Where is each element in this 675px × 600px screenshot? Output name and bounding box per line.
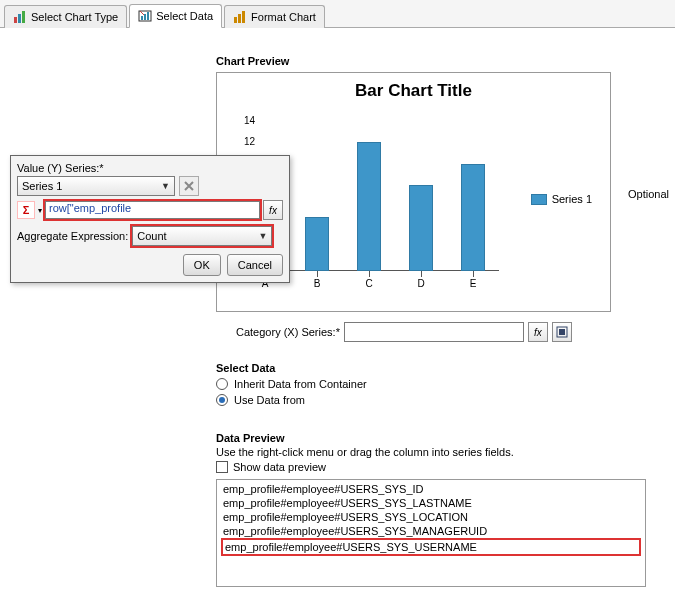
tab-format-chart[interactable]: Format Chart: [224, 5, 325, 28]
show-preview-checkbox[interactable]: [216, 461, 228, 473]
category-fx-button[interactable]: fx: [528, 322, 548, 342]
svg-rect-2: [22, 11, 25, 23]
aggregate-value: Count: [137, 230, 166, 242]
tab-bar: Select Chart Type Select Data Format Cha…: [0, 0, 675, 28]
column-item[interactable]: emp_profile#employee#USERS_SYS_LOCATION: [221, 510, 641, 524]
chart-preview-heading: Chart Preview: [216, 55, 289, 67]
use-data-label: Use Data from: [234, 394, 305, 406]
category-x-input[interactable]: [344, 322, 524, 342]
chart-type-icon: [13, 10, 27, 24]
series-select-value: Series 1: [22, 180, 62, 192]
tab-select-data[interactable]: Select Data: [129, 4, 222, 28]
x-tick-label: E: [453, 278, 493, 289]
column-item[interactable]: emp_profile#employee#USERS_SYS_LASTNAME: [221, 496, 641, 510]
legend-swatch: [531, 194, 547, 205]
cancel-button[interactable]: Cancel: [227, 254, 283, 276]
svg-rect-5: [144, 14, 146, 20]
svg-rect-7: [234, 17, 237, 23]
show-preview-label: Show data preview: [233, 461, 326, 473]
x-tick-label: D: [401, 278, 441, 289]
select-data-icon: [138, 9, 152, 23]
column-item[interactable]: emp_profile#employee#USERS_SYS_MANAGERUI…: [221, 524, 641, 538]
svg-rect-8: [238, 14, 241, 23]
bar: [409, 185, 433, 271]
tab-label: Select Data: [156, 10, 213, 22]
optional-label: Optional: [628, 188, 669, 200]
svg-rect-9: [242, 11, 245, 23]
y-series-dialog: Value (Y) Series:* Series 1 ▼ Σ ▾ row["e…: [10, 155, 290, 283]
remove-series-button[interactable]: [179, 176, 199, 196]
x-tick: [369, 271, 370, 277]
bar: [305, 217, 329, 271]
chevron-down-icon: ▼: [258, 231, 267, 241]
inherit-label: Inherit Data from Container: [234, 378, 367, 390]
data-preview-heading: Data Preview: [216, 432, 646, 444]
tab-select-chart-type[interactable]: Select Chart Type: [4, 5, 127, 28]
legend: Series 1: [531, 193, 592, 205]
tab-label: Select Chart Type: [31, 11, 118, 23]
category-x-label: Category (X) Series:*: [236, 326, 340, 338]
select-data-section: Select Data Inherit Data from Container …: [216, 362, 616, 410]
ok-button[interactable]: OK: [183, 254, 221, 276]
svg-rect-1: [18, 14, 21, 23]
svg-rect-11: [559, 329, 565, 335]
y-tick-label: 14: [235, 115, 255, 126]
radio-use-data[interactable]: [216, 394, 228, 406]
format-chart-icon: [233, 10, 247, 24]
fx-button[interactable]: fx: [263, 200, 283, 220]
x-tick: [473, 271, 474, 277]
bar: [357, 142, 381, 271]
series-select[interactable]: Series 1 ▼: [17, 176, 175, 196]
expression-input[interactable]: row["emp_profile: [45, 201, 260, 219]
svg-rect-4: [141, 16, 143, 20]
data-preview-section: Data Preview Use the right-click menu or…: [216, 432, 646, 587]
sigma-dropdown[interactable]: ▾: [38, 206, 42, 215]
y-tick-label: 12: [235, 136, 255, 147]
svg-rect-0: [14, 17, 17, 23]
chevron-down-icon: ▼: [161, 181, 170, 191]
data-preview-hint: Use the right-click menu or drag the col…: [216, 446, 646, 458]
chart-title: Bar Chart Title: [217, 81, 610, 101]
sigma-icon[interactable]: Σ: [17, 201, 35, 219]
tab-label: Format Chart: [251, 11, 316, 23]
bar: [461, 164, 485, 271]
legend-label: Series 1: [552, 193, 592, 205]
y-series-label: Value (Y) Series:*: [17, 162, 283, 174]
x-tick-label: C: [349, 278, 389, 289]
x-tick: [421, 271, 422, 277]
x-tick: [317, 271, 318, 277]
aggregate-select[interactable]: Count ▼: [132, 226, 272, 246]
aggregate-label: Aggregate Expression:: [17, 230, 128, 242]
radio-inherit[interactable]: [216, 378, 228, 390]
category-x-series-row: Category (X) Series:* fx: [236, 322, 572, 342]
column-list[interactable]: emp_profile#employee#USERS_SYS_IDemp_pro…: [216, 479, 646, 587]
expression-value: row["emp_profile: [49, 202, 131, 214]
x-tick-label: B: [297, 278, 337, 289]
category-group-button[interactable]: [552, 322, 572, 342]
column-item[interactable]: emp_profile#employee#USERS_SYS_USERNAME: [221, 538, 641, 556]
select-data-heading: Select Data: [216, 362, 616, 374]
svg-rect-6: [147, 12, 149, 20]
column-item[interactable]: emp_profile#employee#USERS_SYS_ID: [221, 482, 641, 496]
